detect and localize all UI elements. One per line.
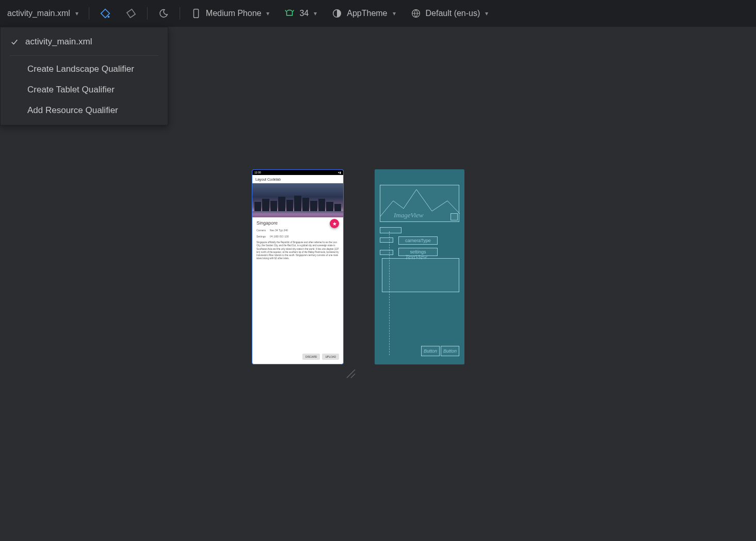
chevron-down-icon: ▾ — [485, 10, 488, 17]
discard-button[interactable]: DISCARD — [302, 354, 320, 360]
separator — [180, 7, 180, 20]
chevron-down-icon: ▾ — [266, 10, 269, 17]
locale-label: Default (en-us) — [426, 9, 480, 18]
night-mode-icon[interactable] — [153, 5, 174, 22]
blueprint-settings-label-outline[interactable] — [380, 250, 393, 255]
design-preview[interactable]: 12:00 ▾▮ Layout Codelab ★ — [252, 169, 344, 364]
chevron-down-icon: ▾ — [314, 10, 317, 17]
app-title: Layout Codelab — [255, 178, 281, 181]
menu-item-current-file[interactable]: activity_main.xml — [1, 31, 168, 52]
view-mode-blueprint-icon[interactable] — [120, 5, 142, 22]
blueprint-camera-chip[interactable]: cameraType — [398, 236, 438, 245]
svg-rect-1 — [194, 9, 198, 18]
layout-editor-toolbar: activity_main.xml ▾ Medium Phone ▾ 34 ▾ … — [0, 0, 756, 27]
camera-value: Nex 34 Typ 240 — [270, 229, 288, 232]
blueprint-label: Button — [424, 348, 437, 354]
file-dropdown[interactable]: activity_main.xml ▾ — [5, 6, 84, 21]
view-mode-design-icon[interactable] — [94, 5, 116, 22]
settings-value: f/4 1/80 ISO 100 — [270, 235, 288, 238]
svg-point-0 — [107, 16, 109, 18]
blueprint-label: ImageView — [394, 211, 424, 219]
hero-image — [252, 183, 343, 217]
reflection — [252, 211, 343, 217]
app-bar: Layout Codelab — [252, 175, 343, 183]
blueprint-textview[interactable]: TextView — [382, 258, 459, 292]
blueprint-preview[interactable]: ImageView cameraType settings TextView B… — [375, 169, 464, 364]
star-icon: ★ — [332, 221, 337, 227]
svg-line-4 — [347, 370, 355, 378]
menu-item-tablet-qualifier[interactable]: Create Tablet Qualifier — [1, 79, 168, 100]
menu-divider — [10, 55, 158, 56]
resize-handle-icon[interactable] — [345, 368, 357, 380]
blueprint-fab-outline[interactable] — [451, 213, 458, 220]
camera-label: Camera — [256, 229, 266, 232]
bottom-buttons: DISCARD UPLOAD — [302, 354, 339, 360]
separator — [147, 7, 148, 20]
skyline — [252, 196, 343, 211]
content-body: Singapore officially the Republic of Sin… — [256, 241, 339, 261]
blueprint-title-outline[interactable] — [380, 227, 401, 233]
blueprint-label: Button — [443, 348, 457, 354]
device-label: Medium Phone — [206, 9, 262, 18]
status-time: 12:00 — [254, 171, 261, 174]
status-icons: ▾▮ — [338, 171, 341, 174]
menu-item-resource-qualifier[interactable]: Add Resource Qualifier — [1, 100, 168, 121]
menu-item-label: activity_main.xml — [25, 37, 92, 47]
content-title: Singapore — [256, 220, 339, 226]
chevron-down-icon: ▾ — [75, 10, 78, 17]
menu-item-label: Add Resource Qualifier — [27, 105, 118, 116]
blueprint-label: cameraType — [405, 238, 431, 243]
blueprint-button-right[interactable]: Button — [441, 346, 459, 356]
device-dropdown[interactable]: Medium Phone ▾ — [185, 5, 275, 22]
theme-label: AppTheme — [347, 9, 387, 18]
blueprint-camera-label-outline[interactable] — [380, 237, 393, 243]
camera-row: Camera Nex 34 Typ 240 — [256, 229, 339, 232]
blueprint-button-left[interactable]: Button — [421, 346, 440, 356]
settings-label: Settings — [256, 235, 266, 238]
settings-row: Settings f/4 1/80 ISO 100 — [256, 235, 339, 238]
file-variant-menu: activity_main.xml Create Landscape Quali… — [0, 27, 168, 125]
check-icon — [10, 37, 19, 46]
api-level-dropdown[interactable]: 34 ▾ — [279, 5, 322, 22]
blueprint-imageview[interactable]: ImageView — [380, 185, 459, 222]
chevron-down-icon: ▾ — [393, 10, 396, 17]
status-bar: 12:00 ▾▮ — [252, 170, 343, 175]
svg-line-5 — [351, 374, 355, 378]
separator — [89, 7, 89, 20]
theme-dropdown[interactable]: AppTheme ▾ — [326, 5, 400, 22]
fab-star[interactable]: ★ — [330, 219, 339, 228]
blueprint-label: TextView — [405, 253, 427, 261]
menu-item-label: Create Landscape Qualifier — [27, 64, 134, 74]
api-level-label: 34 — [299, 9, 309, 18]
locale-dropdown[interactable]: Default (en-us) ▾ — [405, 5, 494, 22]
upload-button[interactable]: UPLOAD — [322, 354, 339, 360]
menu-item-landscape-qualifier[interactable]: Create Landscape Qualifier — [1, 59, 168, 79]
file-name: activity_main.xml — [7, 9, 70, 18]
menu-item-label: Create Tablet Qualifier — [27, 85, 115, 95]
